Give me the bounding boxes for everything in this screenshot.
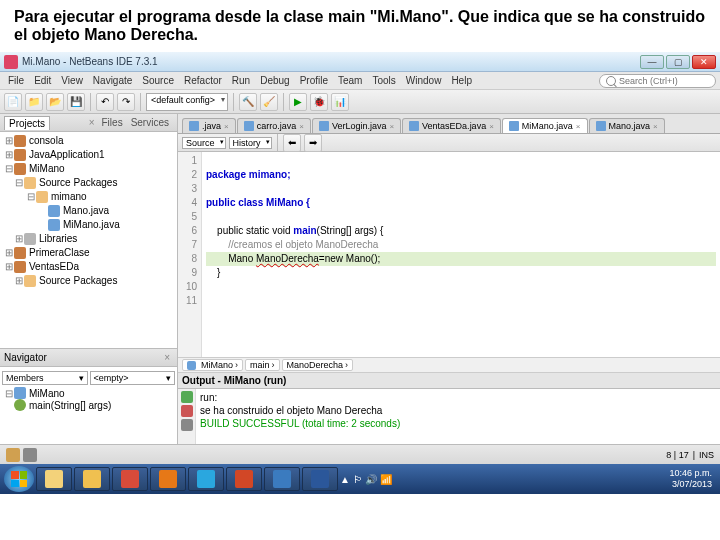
menu-refactor[interactable]: Refactor (180, 74, 226, 87)
main-toolbar: 📄 📁 📂 💾 ↶ ↷ <default config> 🔨 🧹 ▶ 🐞 📊 (0, 90, 720, 114)
panel-close-icon[interactable]: × (161, 352, 173, 363)
menu-profile[interactable]: Profile (296, 74, 332, 87)
titlebar[interactable]: Mi.Mano - NetBeans IDE 7.3.1 — ▢ ✕ (0, 52, 720, 72)
maximize-button[interactable]: ▢ (666, 55, 690, 69)
task-folder[interactable] (74, 467, 110, 491)
tree-item[interactable]: ⊟MiMano (2, 162, 177, 176)
editor-tab[interactable]: MiMano.java× (502, 118, 588, 133)
new-file-button[interactable]: 📄 (4, 93, 22, 111)
start-button[interactable] (4, 466, 34, 492)
nav-back-button[interactable]: ⬅ (283, 134, 301, 152)
rerun-icon[interactable] (181, 391, 193, 403)
nav-class[interactable]: ⊟MiMano (2, 387, 175, 399)
minimize-button[interactable]: — (640, 55, 664, 69)
editor-breadcrumb: MiMano › main › ManoDerecha › (178, 357, 720, 373)
menu-window[interactable]: Window (402, 74, 446, 87)
navigator-title: Navigator (4, 352, 47, 363)
insert-mode: INS (699, 450, 714, 460)
task-word[interactable] (302, 467, 338, 491)
system-tray[interactable]: ▲ 🏳 🔊 📶 (340, 474, 392, 485)
task-netbeans[interactable] (264, 467, 300, 491)
output-text[interactable]: run:se ha construido el objeto Mano Dere… (196, 389, 720, 444)
menu-tools[interactable]: Tools (368, 74, 399, 87)
tree-item[interactable]: ⊞consola (2, 134, 177, 148)
separator (233, 93, 234, 111)
menu-edit[interactable]: Edit (30, 74, 55, 87)
ide-window: Mi.Mano - NetBeans IDE 7.3.1 — ▢ ✕ File … (0, 52, 720, 464)
tree-item[interactable]: ⊟Source Packages (2, 176, 177, 190)
save-all-button[interactable]: 💾 (67, 93, 85, 111)
menu-source[interactable]: Source (138, 74, 178, 87)
editor-tab[interactable]: Mano.java× (589, 118, 665, 133)
crumb-class[interactable]: MiMano › (182, 359, 243, 371)
editor-tab[interactable]: .java× (182, 118, 236, 133)
task-explorer[interactable] (36, 467, 72, 491)
undo-button[interactable]: ↶ (96, 93, 114, 111)
nav-method[interactable]: main(String[] args) (2, 399, 175, 411)
tree-item[interactable]: ⊞VentasEDa (2, 260, 177, 274)
menu-team[interactable]: Team (334, 74, 366, 87)
redo-button[interactable]: ↷ (117, 93, 135, 111)
editor-tabs: .java×carro.java×VerLogin.java×VentasEDa… (178, 114, 720, 134)
tab-projects[interactable]: Projects (4, 116, 50, 130)
new-project-button[interactable]: 📁 (25, 93, 43, 111)
menu-view[interactable]: View (57, 74, 87, 87)
task-skype[interactable] (188, 467, 224, 491)
editor-tab[interactable]: carro.java× (237, 118, 311, 133)
build-button[interactable]: 🔨 (239, 93, 257, 111)
cursor-position: 8 | 17 (666, 450, 688, 460)
editor-tab[interactable]: VentasEDa.java× (402, 118, 501, 133)
code-content[interactable]: package mimano; public class MiMano { pu… (202, 152, 720, 357)
output-toolbar (178, 389, 196, 444)
separator (277, 134, 278, 152)
search-input[interactable] (619, 76, 709, 86)
slide-caption: Para ejecutar el programa desde la clase… (0, 0, 720, 52)
empty-combo[interactable]: <empty>▾ (90, 371, 176, 385)
tree-item[interactable]: ⊞Libraries (2, 232, 177, 246)
project-tree[interactable]: ⊞consola⊞JavaApplication1⊟MiMano⊟Source … (0, 132, 177, 349)
output-header[interactable]: Output - MiMano (run) (178, 373, 720, 389)
tree-item[interactable]: MiMano.java (2, 218, 177, 232)
open-button[interactable]: 📂 (46, 93, 64, 111)
tree-item[interactable]: ⊟mimano (2, 190, 177, 204)
config-combo[interactable]: <default config> (146, 93, 228, 111)
menu-help[interactable]: Help (447, 74, 476, 87)
crumb-var[interactable]: ManoDerecha › (282, 359, 354, 371)
status-icon (6, 448, 20, 462)
menu-navigate[interactable]: Navigate (89, 74, 136, 87)
code-editor[interactable]: 1234567891011 package mimano; public cla… (178, 152, 720, 357)
tab-services[interactable]: Services (127, 116, 173, 129)
task-chrome[interactable] (112, 467, 148, 491)
status-icon (23, 448, 37, 462)
task-firefox[interactable] (150, 467, 186, 491)
save-icon[interactable] (181, 419, 193, 431)
tree-item[interactable]: Mano.java (2, 204, 177, 218)
menu-debug[interactable]: Debug (256, 74, 293, 87)
tree-item[interactable]: ⊞Source Packages (2, 274, 177, 288)
debug-button[interactable]: 🐞 (310, 93, 328, 111)
clean-build-button[interactable]: 🧹 (260, 93, 278, 111)
menu-run[interactable]: Run (228, 74, 254, 87)
tab-files[interactable]: Files (98, 116, 127, 129)
panel-close-icon[interactable]: × (86, 117, 98, 128)
history-tab[interactable]: History (229, 137, 272, 149)
search-icon (606, 76, 616, 86)
members-combo[interactable]: Members▾ (2, 371, 88, 385)
task-powerpoint[interactable] (226, 467, 262, 491)
close-button[interactable]: ✕ (692, 55, 716, 69)
nav-fwd-button[interactable]: ➡ (304, 134, 322, 152)
tree-item[interactable]: ⊞PrimeraClase (2, 246, 177, 260)
menu-file[interactable]: File (4, 74, 28, 87)
tree-item[interactable]: ⊞JavaApplication1 (2, 148, 177, 162)
editor-tab[interactable]: VerLogin.java× (312, 118, 401, 133)
separator (283, 93, 284, 111)
run-button[interactable]: ▶ (289, 93, 307, 111)
editor-toolbar: Source History ⬅ ➡ (178, 134, 720, 152)
projects-panel-header: Projects × Files Services (0, 114, 177, 132)
crumb-method[interactable]: main › (245, 359, 280, 371)
profile-button[interactable]: 📊 (331, 93, 349, 111)
quick-search[interactable] (599, 74, 716, 88)
stop-icon[interactable] (181, 405, 193, 417)
source-tab[interactable]: Source (182, 137, 226, 149)
clock[interactable]: 10:46 p.m.3/07/2013 (669, 468, 716, 490)
